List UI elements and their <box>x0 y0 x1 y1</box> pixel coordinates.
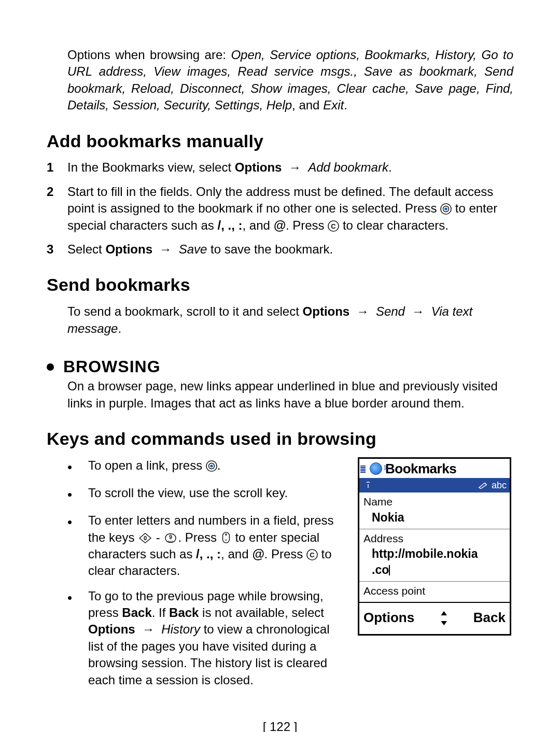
send-bookmarks-para: To send a bookmark, scroll to it and sel… <box>67 303 513 337</box>
phone-row-address: Address http://mobile.nokia .co <box>359 529 510 581</box>
heading-add-bookmarks: Add bookmarks manually <box>47 130 513 153</box>
phone-screenshot: Bookmarks abc Name Nokia Address <box>358 457 511 636</box>
bullet-icon <box>67 588 88 688</box>
add-bookmark-label: Add bookmark <box>308 160 388 174</box>
add-bookmarks-steps: 1 In the Bookmarks view, select Options … <box>47 159 513 258</box>
heading-keys-commands: Keys and commands used in browsing <box>47 427 513 451</box>
history-label: History <box>161 622 200 636</box>
step3-body: Select Options → Save to save the bookma… <box>67 241 513 258</box>
phone-statusbar: abc <box>359 478 510 492</box>
step2-body: Start to fill in the fields. Only the ad… <box>67 184 513 234</box>
signal-bars-icon <box>359 464 367 473</box>
softkey-left[interactable]: Options <box>363 609 414 627</box>
antenna-icon <box>362 479 475 491</box>
softkey-right[interactable]: Back <box>473 609 506 627</box>
options-label: Options <box>88 622 135 636</box>
bullet3-body: To enter letters and numbers in a field,… <box>88 512 347 580</box>
clear-key-icon <box>328 220 339 232</box>
bullet-icon <box>67 512 88 580</box>
key-9-icon <box>163 532 178 544</box>
step-number: 2 <box>47 184 67 234</box>
access-point-label: Access point <box>363 584 506 598</box>
bullet4-body-top: To go to the previous page while browsin… <box>88 588 347 688</box>
intro-tail: , and <box>292 98 323 112</box>
at-char: @ <box>252 547 264 561</box>
bullet-icon <box>67 457 88 476</box>
phone-softkeys: Options ▲▼ Back <box>359 602 510 634</box>
pen-icon <box>478 482 488 489</box>
address-label: Address <box>363 531 506 546</box>
key-0-icon <box>138 532 152 544</box>
document-page: Options when browsing are: Open, Service… <box>47 0 513 732</box>
name-label: Name <box>363 495 506 509</box>
address-value: http://mobile.nokia .co <box>363 546 506 578</box>
nav-key-icon <box>206 460 217 472</box>
bullet1-body: To open a link, press . <box>88 457 347 476</box>
heading-browsing: BROWSING <box>63 356 161 378</box>
softkey-updown-icon[interactable]: ▲▼ <box>439 608 449 628</box>
special-chars: /, ., : <box>217 218 242 232</box>
phone-row-access-point: Access point <box>359 581 510 601</box>
send-label: Send <box>376 304 405 318</box>
nav-key-icon <box>440 203 452 215</box>
browsing-para: On a browser page, new links appear unde… <box>67 378 513 412</box>
clear-key-icon <box>306 549 318 560</box>
heading-send-bookmarks: Send bookmarks <box>47 273 513 297</box>
options-label: Options <box>303 304 350 318</box>
input-mode-indicator: abc <box>492 479 507 491</box>
save-label: Save <box>179 242 207 256</box>
intro-last-option: Exit <box>323 98 344 112</box>
step1-body: In the Bookmarks view, select Options → … <box>67 159 513 176</box>
step-number: 3 <box>47 241 67 258</box>
page-number: [ 122 ] <box>47 719 513 732</box>
back-label: Back <box>122 606 151 620</box>
bullet-icon <box>67 485 88 504</box>
special-chars: /, ., : <box>196 547 221 561</box>
intro-period: . <box>344 98 347 112</box>
phone-row-name: Name Nokia <box>359 492 510 528</box>
options-label: Options <box>105 242 152 256</box>
options-label: Options <box>235 160 282 174</box>
text-cursor <box>389 565 390 575</box>
step-number: 1 <box>47 159 67 176</box>
key-star-icon <box>220 531 232 544</box>
bullet2-body: To scroll the view, use the scroll key. <box>88 485 347 504</box>
browsing-options-intro: Options when browsing are: Open, Service… <box>67 47 513 114</box>
globe-icon <box>370 462 382 475</box>
bullet-icon <box>47 363 54 371</box>
phone-titlebar: Bookmarks <box>359 459 510 478</box>
name-value: Nokia <box>363 510 506 526</box>
keys-commands-list: To open a link, press . To scroll the vi… <box>67 457 347 688</box>
phone-title: Bookmarks <box>385 460 456 478</box>
back-label: Back <box>169 606 199 620</box>
section-heading-browsing: BROWSING <box>47 356 513 378</box>
at-char: @ <box>274 218 286 232</box>
intro-lead: Options when browsing are: <box>67 48 231 62</box>
